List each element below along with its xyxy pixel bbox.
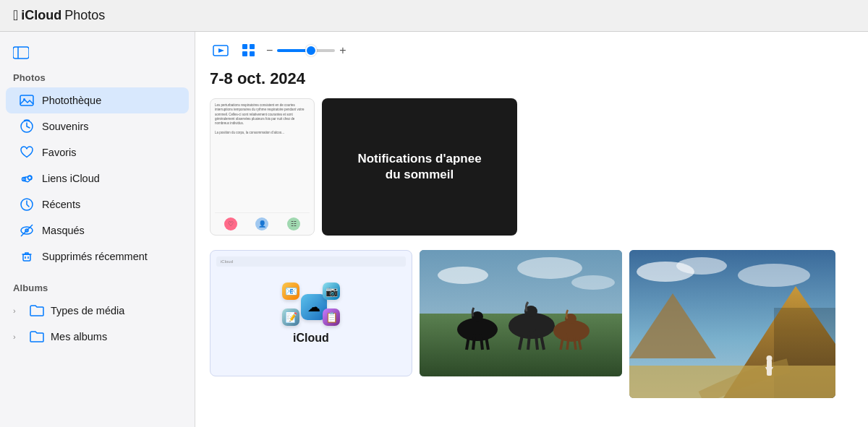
sidebar-item-supprimes[interactable]: Supprimés récemment — [6, 243, 189, 269]
main-layout: Photos Photothèque Souvenirs Favoris Lie — [0, 32, 868, 427]
sidebar-label-souvenirs: Souvenirs — [42, 121, 88, 132]
types-media-chevron-icon: › — [13, 306, 23, 315]
photos-brand-text: Photos — [64, 8, 105, 23]
sidebar-label-phototheque: Photothèque — [42, 95, 101, 106]
favoris-icon — [19, 145, 35, 160]
svg-line-44 — [574, 338, 576, 350]
types-media-folder-icon — [29, 303, 45, 319]
photos-section-title: Photos — [0, 69, 195, 87]
screenshot-bottom: ♡ 👤 ☷ — [215, 212, 310, 230]
zoom-out-button[interactable]: − — [266, 44, 273, 57]
toolbar: − + — [210, 40, 854, 61]
svg-rect-18 — [242, 51, 247, 56]
albums-section-title: Albums — [0, 280, 195, 298]
svg-rect-2 — [20, 95, 33, 105]
screenshot-icon-heart: ♡ — [224, 217, 237, 230]
liens-icloud-icon — [19, 171, 35, 186]
svg-rect-16 — [242, 44, 247, 49]
icloud-app-icons: ☁ 📧 📷 📝 📋 — [282, 282, 340, 326]
sidebar-label-masques: Masqués — [42, 225, 85, 236]
sidebar-label-recents: Récents — [42, 199, 80, 210]
slideshow-icon — [213, 44, 229, 57]
svg-point-23 — [517, 257, 582, 279]
sidebar-item-souvenirs[interactable]: Souvenirs — [6, 113, 189, 139]
svg-line-30 — [481, 337, 482, 350]
mes-albums-chevron-icon: › — [13, 332, 23, 341]
sidebar-item-masques[interactable]: Masqués — [6, 217, 189, 243]
app-logo:  iCloud Photos — [13, 7, 105, 24]
photo-row-bottom: iCloud ☁ 📧 📷 📝 📋 iCloud — [210, 250, 854, 398]
notification-title: Notifications d'apneedu sommeil — [357, 151, 481, 183]
sidebar-label-supprimes: Supprimés récemment — [42, 251, 148, 262]
svg-point-49 — [738, 264, 810, 287]
sidebar-toggle-button[interactable] — [10, 43, 32, 62]
sidebar-item-phototheque[interactable]: Photothèque — [6, 87, 189, 113]
photo-item-notification[interactable]: Notifications d'apneedu sommeil — [322, 98, 517, 236]
souvenirs-icon — [19, 118, 35, 134]
svg-point-24 — [571, 275, 615, 290]
svg-marker-15 — [218, 48, 224, 53]
sidebar-item-favoris[interactable]: Favoris — [6, 139, 189, 165]
icloud-browser-bar: iCloud — [216, 256, 406, 267]
photo-item-ios-screenshot[interactable]: Les perturbations respiratoires consiste… — [210, 98, 315, 236]
sidebar-label-favoris: Favoris — [42, 147, 77, 158]
sidebar-label-mes-albums: Mes albums — [51, 331, 107, 342]
apple-icon:  — [13, 7, 18, 24]
sidebar-item-mes-albums[interactable]: › Mes albums — [6, 324, 189, 350]
screenshot-text: Les perturbations respiratoires consiste… — [215, 103, 310, 135]
mini-icon-4: 📋 — [323, 309, 340, 326]
zoom-slider-container: − + — [266, 44, 346, 57]
photo-item-horses[interactable] — [420, 250, 622, 376]
date-heading: 7-8 oct. 2024 — [210, 69, 854, 88]
mini-icon-1: 📧 — [282, 282, 299, 300]
sidebar-label-types-media: Types de média — [51, 305, 124, 316]
sidebar-toggle-area — [0, 40, 195, 69]
screenshot-icon-grid: ☷ — [287, 217, 300, 230]
photo-grid: Les perturbations respiratoires consiste… — [210, 98, 854, 398]
screenshot-icon-person: 👤 — [255, 217, 268, 230]
svg-line-29 — [473, 337, 475, 350]
svg-rect-0 — [13, 47, 29, 59]
albums-section: Albums › Types de média › Mes albums — [0, 280, 195, 350]
sidebar-label-liens-icloud: Liens iCloud — [42, 173, 100, 184]
svg-point-55 — [767, 355, 773, 361]
view-grid-button[interactable] — [239, 40, 259, 61]
sidebar: Photos Photothèque Souvenirs Favoris Lie — [0, 32, 195, 427]
photo-row-top: Les perturbations respiratoires consiste… — [210, 98, 854, 236]
grid-icon — [242, 43, 256, 58]
svg-line-36 — [528, 335, 529, 350]
sidebar-toggle-icon — [13, 46, 29, 59]
zoom-in-button[interactable]: + — [339, 44, 346, 57]
svg-point-22 — [438, 267, 488, 284]
sidebar-item-recents[interactable]: Récents — [6, 191, 189, 217]
app-header:  iCloud Photos — [0, 0, 868, 32]
supprimes-icon — [19, 249, 35, 264]
recents-icon — [19, 197, 35, 212]
mes-albums-folder-icon — [29, 329, 45, 345]
masques-icon — [19, 223, 35, 238]
phototheque-icon — [19, 92, 35, 108]
photo-item-mountain[interactable] — [629, 250, 835, 398]
svg-rect-19 — [250, 51, 255, 56]
sidebar-item-liens-icloud[interactable]: Liens iCloud — [6, 165, 189, 191]
mini-icon-2: 📷 — [323, 282, 340, 300]
svg-rect-17 — [250, 44, 255, 49]
zoom-slider[interactable] — [277, 49, 335, 52]
horses-svg — [420, 250, 622, 376]
view-slideshow-button[interactable] — [210, 41, 231, 60]
sidebar-item-types-de-media[interactable]: › Types de média — [6, 298, 189, 324]
svg-point-6 — [28, 176, 32, 180]
svg-rect-11 — [23, 254, 30, 261]
photo-item-icloud[interactable]: iCloud ☁ 📧 📷 📝 📋 iCloud — [210, 250, 412, 376]
svg-line-43 — [567, 338, 569, 350]
svg-line-37 — [536, 335, 537, 350]
svg-point-48 — [676, 257, 727, 275]
content-area: − + 7-8 oct. 2024 Les perturbations resp… — [195, 32, 868, 427]
icloud-brand-text: iCloud — [21, 8, 61, 23]
mini-icon-3: 📝 — [282, 309, 299, 326]
icloud-app-label: iCloud — [293, 332, 329, 345]
mountain-svg — [629, 250, 835, 398]
